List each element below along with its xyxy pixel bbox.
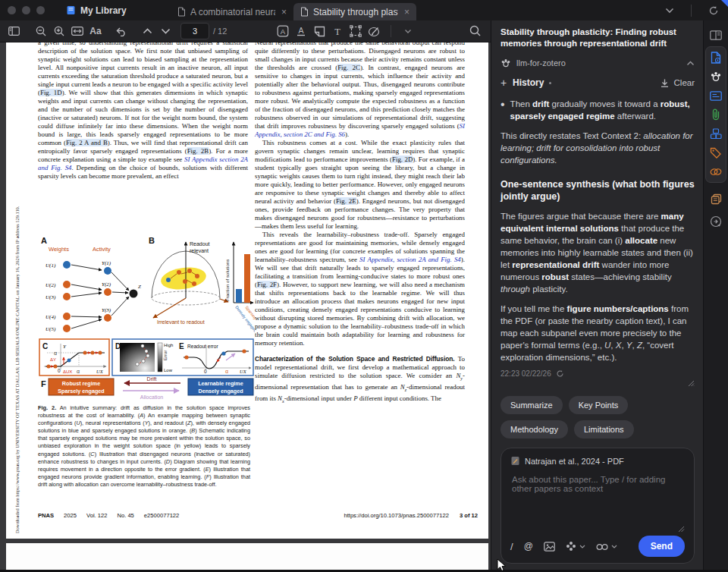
reader-layout-icon[interactable] <box>709 28 723 42</box>
page-down-icon[interactable] <box>156 23 174 39</box>
tab-stability-paper[interactable]: Stability through plastici × <box>293 3 416 20</box>
limitations-button[interactable]: Limitations <box>574 420 634 438</box>
attachments-icon[interactable] <box>709 108 723 121</box>
sidebar-toggle-icon[interactable] <box>5 23 23 39</box>
sync-badge <box>721 0 728 7</box>
draw-tool-icon[interactable] <box>365 23 383 39</box>
fig-tick-label: α <box>54 350 57 356</box>
fig-panel-label: F <box>41 379 46 388</box>
download-icon[interactable] <box>660 78 670 88</box>
figure-2-caption: Fig. 2. An intuitive summary: drift as d… <box>38 404 250 489</box>
refresh-icon[interactable] <box>556 369 564 378</box>
chat-input-card[interactable]: Natrajan et al., 2024 - PDF / @ <box>500 448 695 564</box>
image-icon[interactable] <box>544 542 555 552</box>
chevron-down-icon[interactable] <box>665 8 674 14</box>
svg-text:A: A <box>299 26 304 35</box>
zoom-in-icon[interactable] <box>50 23 68 39</box>
pdf-chip-icon <box>510 456 520 466</box>
close-window-button[interactable] <box>8 6 16 14</box>
collapse-chevron-icon[interactable] <box>686 61 695 66</box>
close-tab-icon[interactable]: × <box>281 7 287 17</box>
minimize-window-button[interactable] <box>22 6 30 14</box>
library-tab[interactable]: My Library <box>66 5 127 16</box>
fig-node-label: Y(1) <box>102 260 111 266</box>
fig-axis-label: relevant <box>190 248 209 253</box>
undo-icon[interactable] <box>112 23 130 39</box>
search-icon[interactable] <box>466 23 485 39</box>
chevron-down-icon <box>579 545 585 548</box>
fig-arrow-label: Drift <box>147 376 157 382</box>
underline-tool-icon[interactable]: A <box>292 23 310 39</box>
history-bar: + History Clear <box>500 77 695 89</box>
highlight-tool-icon[interactable]: A <box>274 23 292 39</box>
fig-scale-label: Error <box>163 350 168 360</box>
context-chip[interactable]: Natrajan et al., 2024 - PDF <box>510 456 685 466</box>
pdf-viewer[interactable]: Downloaded from https://www.pnas.org by … <box>0 42 491 572</box>
assistant-message: The figures argue that because there are… <box>500 210 695 295</box>
item-pane-rail <box>703 20 728 572</box>
clear-history-button[interactable]: Clear <box>674 78 695 87</box>
llm-plugin-paw-icon[interactable] <box>709 70 723 83</box>
close-tab-icon[interactable]: × <box>404 7 410 17</box>
history-label[interactable]: History <box>513 77 544 88</box>
key-points-button[interactable]: Key Points <box>569 396 629 414</box>
journal-no: No. 45 <box>117 512 133 519</box>
journal-name: PNAS <box>38 512 54 519</box>
page-number-input[interactable] <box>180 23 209 39</box>
fig-panel-label: B <box>149 236 155 245</box>
fig-tick-label: α <box>225 369 228 374</box>
mouse-cursor <box>497 558 507 572</box>
assistant-message: Then drift gradually moves it toward a r… <box>510 98 695 122</box>
duplicates-icon[interactable] <box>709 192 723 206</box>
text-tool-icon[interactable]: T <box>328 23 347 39</box>
journal-vol: Vol. 122 <box>86 512 107 519</box>
page-up-icon[interactable] <box>138 23 156 39</box>
methodology-button[interactable]: Methodology <box>500 420 568 438</box>
zoom-out-icon[interactable] <box>32 23 50 39</box>
pdf-page-3: Downloaded from https://www.pnas.org by … <box>6 42 488 539</box>
fig-arrow-label: Allocation <box>140 394 163 400</box>
fig-scale-label: Low <box>164 368 173 372</box>
libraries-icon[interactable] <box>709 127 723 140</box>
item-info-icon[interactable] <box>709 51 723 64</box>
fig-panel-label: C <box>42 342 48 350</box>
article-eid: e2500077122 <box>144 512 179 519</box>
tags-icon[interactable] <box>709 146 723 159</box>
send-button[interactable]: Send <box>639 536 685 557</box>
new-chat-button[interactable]: + <box>500 77 513 89</box>
text-size-icon[interactable]: Aa <box>86 23 105 39</box>
area-tool-icon[interactable] <box>347 23 365 39</box>
fig-regime-label: Sparsely engaged <box>58 388 105 394</box>
svg-text:T: T <box>335 27 341 37</box>
tab-combinatorial-paper[interactable]: A combinatorial neural c × <box>171 3 293 20</box>
window-controls[interactable] <box>8 6 45 14</box>
fig-label: Weights <box>49 246 69 253</box>
search-depth-picker[interactable] <box>596 542 617 551</box>
resize-grip-icon[interactable] <box>677 525 685 533</box>
item-pane: Stability through plasticity: Finding ro… <box>491 20 704 572</box>
summarize-button[interactable]: Summarize <box>500 396 563 414</box>
fig-panel-label: A <box>41 236 47 245</box>
related-icon[interactable] <box>709 165 723 178</box>
page-of-label: 3 of 12 <box>460 512 478 519</box>
mention-icon[interactable]: @ <box>524 541 533 552</box>
notes-icon[interactable] <box>709 89 723 102</box>
model-picker-icon <box>566 541 576 552</box>
model-picker[interactable] <box>566 541 585 552</box>
fig-regime-label: Robust regime <box>62 380 100 387</box>
doi-link[interactable]: https://doi.org/10.1073/pnas.2500077122 <box>344 512 449 519</box>
resize-grip-icon[interactable] <box>687 379 695 387</box>
fig-axis-label: UX <box>96 369 104 374</box>
locate-icon[interactable] <box>709 215 723 228</box>
note-tool-icon[interactable] <box>310 23 328 39</box>
fig-axis-label: Readout <box>190 241 210 247</box>
item-title: Stability through plasticity: Finding ro… <box>500 27 695 49</box>
color-picker-chevron-icon[interactable] <box>399 23 417 39</box>
slash-command-icon[interactable]: / <box>510 541 513 552</box>
plugin-header[interactable]: llm-for-zotero <box>500 58 695 68</box>
ask-input[interactable] <box>510 473 688 522</box>
zoom-window-button[interactable] <box>36 6 45 14</box>
document-tab-icon <box>177 7 186 17</box>
sync-icon[interactable] <box>708 5 719 16</box>
fit-width-icon[interactable] <box>68 23 86 39</box>
